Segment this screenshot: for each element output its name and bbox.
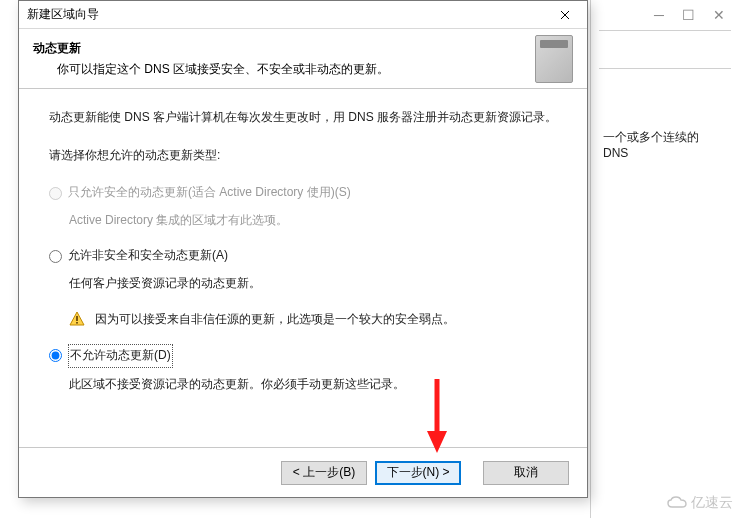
warning-text: 因为可以接受来自非信任源的更新，此选项是一个较大的安全弱点。 <box>95 309 455 331</box>
option-disallow-label[interactable]: 不允许动态更新(D) <box>68 344 173 368</box>
wizard-content: 动态更新能使 DNS 客户端计算机在每次发生更改时，用 DNS 服务器注册并动态… <box>19 89 587 447</box>
option-disallow-sub: 此区域不接受资源记录的动态更新。你必须手动更新这些记录。 <box>69 374 557 396</box>
radio-disallow[interactable] <box>49 349 62 362</box>
next-button[interactable]: 下一步(N) > <box>375 461 461 485</box>
svg-rect-1 <box>76 322 78 324</box>
option-nonsecure-sub: 任何客户接受资源记录的动态更新。 <box>69 273 557 295</box>
warning-icon <box>69 311 85 327</box>
minimize-icon[interactable]: ─ <box>654 7 664 23</box>
intro-text: 动态更新能使 DNS 客户端计算机在每次发生更改时，用 DNS 服务器注册并动态… <box>49 107 557 129</box>
header-desc: 你可以指定这个 DNS 区域接受安全、不安全或非动态的更新。 <box>57 61 535 78</box>
watermark-text: 亿速云 <box>691 494 733 512</box>
radio-nonsecure[interactable] <box>49 250 62 263</box>
titlebar: 新建区域向导 <box>19 1 587 29</box>
svg-rect-0 <box>76 316 78 321</box>
wizard-dialog: 新建区域向导 动态更新 你可以指定这个 DNS 区域接受安全、不安全或非动态的更… <box>18 0 588 498</box>
bg-partial-text: 一个或多个连续的 DNS <box>591 69 739 220</box>
option-secure-only-label: 只允许安全的动态更新(适合 Active Directory 使用)(S) <box>68 182 351 204</box>
wizard-footer: < 上一步(B) 下一步(N) > 取消 <box>19 447 587 497</box>
close-icon <box>560 10 570 20</box>
cancel-button[interactable]: 取消 <box>483 461 569 485</box>
server-icon <box>535 35 573 83</box>
prompt-text: 请选择你想允许的动态更新类型: <box>49 145 557 167</box>
watermark-logo: 亿速云 <box>666 494 733 512</box>
close-icon[interactable]: ✕ <box>713 7 725 23</box>
option-secure-only-sub: Active Directory 集成的区域才有此选项。 <box>69 210 557 232</box>
maximize-icon[interactable]: ☐ <box>682 7 695 23</box>
background-window: ─ ☐ ✕ 一个或多个连续的 DNS <box>590 0 739 518</box>
dialog-title: 新建区域向导 <box>27 6 99 23</box>
radio-secure-only <box>49 187 62 200</box>
bg-titlebar: ─ ☐ ✕ <box>591 0 739 30</box>
option-nonsecure[interactable]: 允许非安全和安全动态更新(A) <box>49 245 557 267</box>
close-button[interactable] <box>543 1 587 29</box>
cloud-icon <box>666 496 688 510</box>
option-disallow[interactable]: 不允许动态更新(D) <box>49 344 557 368</box>
option-nonsecure-label[interactable]: 允许非安全和安全动态更新(A) <box>68 245 228 267</box>
header-title: 动态更新 <box>33 40 535 57</box>
back-button[interactable]: < 上一步(B) <box>281 461 367 485</box>
wizard-header: 动态更新 你可以指定这个 DNS 区域接受安全、不安全或非动态的更新。 <box>19 29 587 89</box>
warning-row: 因为可以接受来自非信任源的更新，此选项是一个较大的安全弱点。 <box>69 309 557 331</box>
option-secure-only: 只允许安全的动态更新(适合 Active Directory 使用)(S) <box>49 182 557 204</box>
